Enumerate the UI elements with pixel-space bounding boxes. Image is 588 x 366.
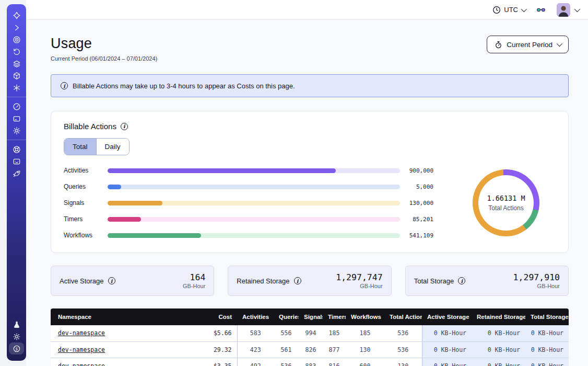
clock-icon bbox=[492, 6, 501, 14]
table-cell: dev-namespace bbox=[51, 325, 186, 341]
table-cell: 0 KB-Hour bbox=[472, 358, 525, 366]
bar-label: Signals bbox=[64, 199, 108, 207]
sidebar-divider bbox=[7, 97, 26, 97]
info-icon[interactable] bbox=[108, 277, 115, 284]
column-header: Signals bbox=[299, 308, 323, 325]
period-selector-label: Current Period bbox=[507, 41, 552, 49]
sidebar-divider bbox=[7, 140, 26, 140]
column-header: Activities bbox=[237, 308, 274, 325]
sidebar: $ bbox=[7, 4, 26, 361]
glasses-icon[interactable] bbox=[537, 6, 545, 14]
timezone-label: UTC bbox=[504, 6, 518, 14]
table-cell: 0 KB-Hour bbox=[422, 325, 472, 341]
collapse-chevron-icon[interactable] bbox=[9, 21, 24, 33]
billable-view-tabs: Total Daily bbox=[64, 138, 130, 155]
spiral-icon[interactable] bbox=[9, 33, 24, 45]
bar-value: 130,000 bbox=[400, 200, 433, 207]
top-bar: UTC bbox=[26, 0, 588, 20]
bar-fill bbox=[108, 201, 162, 205]
rocket-icon[interactable] bbox=[9, 167, 24, 179]
info-icon[interactable] bbox=[458, 277, 465, 284]
page-title: Usage bbox=[51, 36, 157, 52]
namespace-link[interactable]: dev-namespace bbox=[58, 346, 105, 353]
table-cell: 561 bbox=[274, 341, 299, 358]
bar-track bbox=[108, 233, 400, 238]
table-cell: 492 bbox=[237, 358, 274, 366]
svg-text:$: $ bbox=[15, 346, 18, 351]
bar-label: Queries bbox=[64, 183, 108, 190]
donut-chart: 1.66131 M Total Actions bbox=[456, 169, 556, 236]
table-cell: $3.35 bbox=[186, 358, 237, 366]
donut-total-label: Total Actions bbox=[488, 204, 523, 212]
column-header: Queries bbox=[274, 308, 299, 325]
billing-card-icon[interactable] bbox=[9, 112, 24, 124]
account-menu[interactable] bbox=[557, 3, 579, 17]
table-cell: 185 bbox=[323, 325, 346, 341]
stopwatch-icon bbox=[495, 41, 502, 49]
column-header: Timers bbox=[323, 308, 346, 325]
gauge-icon[interactable] bbox=[9, 100, 24, 112]
table-cell: 423 bbox=[237, 341, 274, 358]
tab-daily[interactable]: Daily bbox=[96, 139, 129, 155]
terminal-icon[interactable] bbox=[9, 155, 24, 167]
sun-icon[interactable] bbox=[9, 330, 24, 342]
period-selector-button[interactable]: Current Period bbox=[487, 36, 569, 53]
retained-storage-card: Retained Storage 1,297,747 GB-Hour bbox=[228, 266, 391, 296]
bar-row-signals: Signals130,000 bbox=[64, 199, 433, 207]
lifebuoy-icon[interactable] bbox=[9, 143, 24, 155]
table-cell: $5.66 bbox=[186, 325, 237, 341]
table-cell: 0 KB-Hour bbox=[525, 341, 569, 358]
layers-icon[interactable] bbox=[9, 58, 24, 70]
temporal-logo-icon[interactable] bbox=[9, 9, 24, 21]
bar-fill bbox=[108, 233, 201, 238]
table-cell: 536 bbox=[384, 325, 422, 341]
column-header: Retained Storage bbox=[472, 308, 525, 325]
bar-value: 85,201 bbox=[400, 216, 433, 223]
gear-icon[interactable] bbox=[9, 124, 24, 136]
column-header: Total Storage bbox=[525, 308, 569, 325]
table-cell: 536 bbox=[384, 341, 422, 358]
table-cell: 0 KB-Hour bbox=[422, 358, 472, 366]
bar-value: 5,000 bbox=[400, 184, 433, 190]
namespace-link[interactable]: dev-namespace bbox=[58, 362, 105, 366]
main-area: UTC Usage Current Period (06/01/2024 – 0… bbox=[26, 0, 588, 366]
column-header: Total Actions bbox=[384, 308, 422, 325]
total-storage-card: Total Storage 1,297,910 GB-Hour bbox=[405, 266, 569, 296]
table-cell: 556 bbox=[274, 325, 299, 341]
bar-track bbox=[108, 168, 400, 173]
flask-icon[interactable] bbox=[9, 318, 24, 330]
info-banner: Billable Actions may take up to 3-4 hour… bbox=[51, 74, 569, 97]
active-storage-value: 164 bbox=[183, 272, 205, 282]
history-icon[interactable] bbox=[9, 45, 24, 58]
bar-row-timers: Timers85,201 bbox=[64, 215, 433, 223]
column-header: Namespace bbox=[51, 308, 186, 325]
chevron-down-icon bbox=[574, 6, 580, 12]
table-cell: 583 bbox=[237, 325, 274, 341]
table-cell: 877 bbox=[323, 341, 346, 358]
total-storage-unit: GB-Hour bbox=[513, 283, 560, 289]
tab-total[interactable]: Total bbox=[64, 139, 96, 155]
info-icon[interactable] bbox=[121, 123, 128, 130]
billable-chart-zone: Activities900,000Queries5,000Signals130,… bbox=[64, 167, 556, 239]
info-icon[interactable] bbox=[294, 277, 301, 284]
bar-chart: Activities900,000Queries5,000Signals130,… bbox=[64, 167, 456, 239]
asterisk-icon[interactable] bbox=[9, 82, 24, 94]
table-cell: 0 KB-Hour bbox=[525, 358, 569, 366]
table-cell: dev-namespace bbox=[51, 358, 186, 366]
dollar-coin-icon[interactable]: $ bbox=[9, 342, 24, 354]
active-storage-label: Active Storage bbox=[60, 277, 104, 285]
table-cell: dev-namespace bbox=[51, 341, 186, 358]
avatar[interactable] bbox=[557, 3, 570, 17]
table-cell: 185 bbox=[346, 325, 384, 341]
bar-fill bbox=[108, 168, 336, 173]
namespace-link[interactable]: dev-namespace bbox=[58, 329, 105, 337]
bar-label: Timers bbox=[64, 215, 108, 223]
bar-label: Workflows bbox=[64, 232, 108, 239]
chevron-down-icon bbox=[557, 41, 562, 47]
cube-icon[interactable] bbox=[9, 70, 24, 82]
bar-row-activities: Activities900,000 bbox=[64, 167, 433, 174]
timezone-selector[interactable]: UTC bbox=[492, 6, 525, 14]
bar-value: 900,000 bbox=[400, 167, 433, 174]
total-storage-label: Total Storage bbox=[414, 277, 454, 285]
page-content: Usage Current Period (06/01/2024 – 07/01… bbox=[26, 36, 588, 366]
